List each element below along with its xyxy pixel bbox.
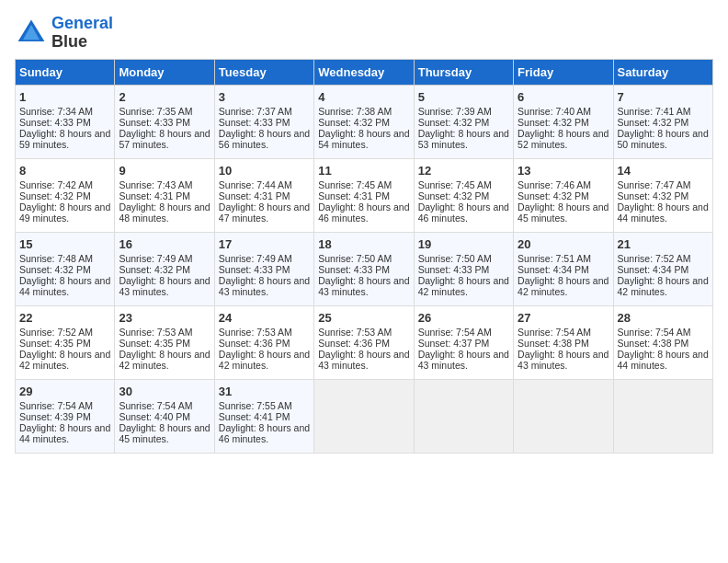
day-number: 29	[19, 385, 110, 398]
day-number: 7	[618, 90, 709, 104]
calendar-cell: 18Sunrise: 7:50 AMSunset: 4:33 PMDayligh…	[314, 232, 414, 305]
sunrise-text: Sunrise: 7:54 AM	[418, 327, 492, 338]
day-number: 21	[618, 237, 709, 251]
daylight-text: Daylight: 8 hours and 46 minutes.	[318, 201, 409, 224]
sunrise-text: Sunrise: 7:45 AM	[418, 179, 492, 190]
daylight-text: Daylight: 8 hours and 42 minutes.	[19, 349, 110, 371]
sunrise-text: Sunrise: 7:54 AM	[618, 327, 691, 338]
sunset-text: Sunset: 4:32 PM	[318, 117, 390, 128]
daylight-text: Daylight: 8 hours and 43 minutes.	[318, 349, 409, 371]
daylight-text: Daylight: 8 hours and 46 minutes.	[219, 422, 310, 444]
day-number: 14	[618, 164, 709, 178]
daylight-text: Daylight: 8 hours and 46 minutes.	[418, 201, 509, 224]
sunrise-text: Sunrise: 7:54 AM	[119, 400, 192, 411]
calendar-cell: 13Sunrise: 7:46 AMSunset: 4:32 PMDayligh…	[514, 158, 613, 232]
day-number: 23	[119, 311, 210, 325]
sunset-text: Sunset: 4:34 PM	[618, 264, 689, 275]
daylight-text: Daylight: 8 hours and 42 minutes.	[618, 275, 709, 297]
calendar-week-row: 1Sunrise: 7:34 AMSunset: 4:33 PMDaylight…	[16, 85, 713, 158]
calendar-cell	[613, 379, 712, 453]
sunrise-text: Sunrise: 7:44 AM	[219, 179, 292, 190]
sunrise-text: Sunrise: 7:54 AM	[518, 327, 591, 338]
calendar-cell: 12Sunrise: 7:45 AMSunset: 4:32 PMDayligh…	[414, 158, 513, 232]
sunset-text: Sunset: 4:39 PM	[19, 411, 91, 422]
day-number: 24	[219, 311, 310, 325]
sunset-text: Sunset: 4:32 PM	[618, 190, 689, 201]
day-number: 19	[418, 237, 509, 251]
calendar-cell: 31Sunrise: 7:55 AMSunset: 4:41 PMDayligh…	[214, 379, 313, 453]
day-number: 1	[19, 90, 110, 104]
sunset-text: Sunset: 4:32 PM	[518, 190, 589, 201]
sunset-text: Sunset: 4:37 PM	[418, 338, 490, 349]
calendar-cell: 24Sunrise: 7:53 AMSunset: 4:36 PMDayligh…	[214, 305, 313, 379]
daylight-text: Daylight: 8 hours and 52 minutes.	[518, 128, 609, 150]
page-header: General Blue	[15, 15, 713, 52]
calendar-cell: 2Sunrise: 7:35 AMSunset: 4:33 PMDaylight…	[115, 85, 214, 158]
calendar-cell: 9Sunrise: 7:43 AMSunset: 4:31 PMDaylight…	[115, 158, 214, 232]
daylight-text: Daylight: 8 hours and 44 minutes.	[19, 275, 110, 297]
sunrise-text: Sunrise: 7:53 AM	[318, 327, 392, 338]
daylight-text: Daylight: 8 hours and 43 minutes.	[119, 275, 210, 297]
day-number: 9	[119, 164, 210, 178]
calendar-cell	[414, 379, 513, 453]
sunrise-text: Sunrise: 7:45 AM	[318, 179, 392, 190]
sunset-text: Sunset: 4:31 PM	[119, 190, 190, 201]
daylight-text: Daylight: 8 hours and 44 minutes.	[618, 201, 709, 224]
daylight-text: Daylight: 8 hours and 42 minutes.	[219, 349, 310, 371]
sunset-text: Sunset: 4:38 PM	[618, 338, 689, 349]
sunset-text: Sunset: 4:38 PM	[518, 338, 589, 349]
sunrise-text: Sunrise: 7:54 AM	[19, 400, 93, 411]
sunset-text: Sunset: 4:33 PM	[219, 264, 290, 275]
sunrise-text: Sunrise: 7:43 AM	[119, 179, 192, 190]
day-number: 6	[518, 90, 609, 104]
day-number: 20	[518, 237, 609, 251]
sunset-text: Sunset: 4:41 PM	[219, 411, 290, 422]
calendar-cell: 5Sunrise: 7:39 AMSunset: 4:32 PMDaylight…	[414, 85, 513, 158]
calendar-table: SundayMondayTuesdayWednesdayThursdayFrid…	[15, 59, 713, 454]
sunset-text: Sunset: 4:36 PM	[318, 338, 390, 349]
header-monday: Monday	[115, 59, 214, 85]
calendar-cell: 1Sunrise: 7:34 AMSunset: 4:33 PMDaylight…	[16, 85, 115, 158]
sunrise-text: Sunrise: 7:38 AM	[318, 106, 392, 117]
day-number: 10	[219, 164, 310, 178]
daylight-text: Daylight: 8 hours and 56 minutes.	[219, 128, 310, 150]
calendar-cell: 19Sunrise: 7:50 AMSunset: 4:33 PMDayligh…	[414, 232, 513, 305]
calendar-cell: 29Sunrise: 7:54 AMSunset: 4:39 PMDayligh…	[16, 379, 115, 453]
sunrise-text: Sunrise: 7:35 AM	[119, 106, 192, 117]
day-number: 4	[318, 90, 409, 104]
sunrise-text: Sunrise: 7:48 AM	[19, 253, 93, 264]
daylight-text: Daylight: 8 hours and 49 minutes.	[19, 201, 110, 224]
sunrise-text: Sunrise: 7:51 AM	[518, 253, 591, 264]
daylight-text: Daylight: 8 hours and 44 minutes.	[19, 422, 110, 444]
calendar-week-row: 22Sunrise: 7:52 AMSunset: 4:35 PMDayligh…	[16, 305, 713, 379]
calendar-cell: 7Sunrise: 7:41 AMSunset: 4:32 PMDaylight…	[613, 85, 712, 158]
header-friday: Friday	[514, 59, 613, 85]
sunrise-text: Sunrise: 7:40 AM	[518, 106, 591, 117]
day-number: 16	[119, 237, 210, 251]
logo-text: General Blue	[51, 15, 113, 52]
calendar-cell: 4Sunrise: 7:38 AMSunset: 4:32 PMDaylight…	[314, 85, 414, 158]
sunset-text: Sunset: 4:33 PM	[219, 117, 290, 128]
header-saturday: Saturday	[613, 59, 712, 85]
sunset-text: Sunset: 4:36 PM	[219, 338, 290, 349]
daylight-text: Daylight: 8 hours and 45 minutes.	[518, 201, 609, 224]
day-number: 3	[219, 90, 310, 104]
daylight-text: Daylight: 8 hours and 48 minutes.	[119, 201, 210, 224]
calendar-cell: 20Sunrise: 7:51 AMSunset: 4:34 PMDayligh…	[514, 232, 613, 305]
daylight-text: Daylight: 8 hours and 47 minutes.	[219, 201, 310, 224]
sunrise-text: Sunrise: 7:49 AM	[119, 253, 192, 264]
calendar-cell: 26Sunrise: 7:54 AMSunset: 4:37 PMDayligh…	[414, 305, 513, 379]
calendar-cell: 14Sunrise: 7:47 AMSunset: 4:32 PMDayligh…	[613, 158, 712, 232]
sunset-text: Sunset: 4:34 PM	[518, 264, 589, 275]
calendar-cell	[514, 379, 613, 453]
header-tuesday: Tuesday	[214, 59, 313, 85]
daylight-text: Daylight: 8 hours and 59 minutes.	[19, 128, 110, 150]
sunrise-text: Sunrise: 7:41 AM	[618, 106, 691, 117]
calendar-week-row: 15Sunrise: 7:48 AMSunset: 4:32 PMDayligh…	[16, 232, 713, 305]
sunrise-text: Sunrise: 7:53 AM	[219, 327, 292, 338]
calendar-cell: 25Sunrise: 7:53 AMSunset: 4:36 PMDayligh…	[314, 305, 414, 379]
calendar-cell: 3Sunrise: 7:37 AMSunset: 4:33 PMDaylight…	[214, 85, 313, 158]
calendar-cell	[314, 379, 414, 453]
day-number: 22	[19, 311, 110, 325]
calendar-cell: 16Sunrise: 7:49 AMSunset: 4:32 PMDayligh…	[115, 232, 214, 305]
